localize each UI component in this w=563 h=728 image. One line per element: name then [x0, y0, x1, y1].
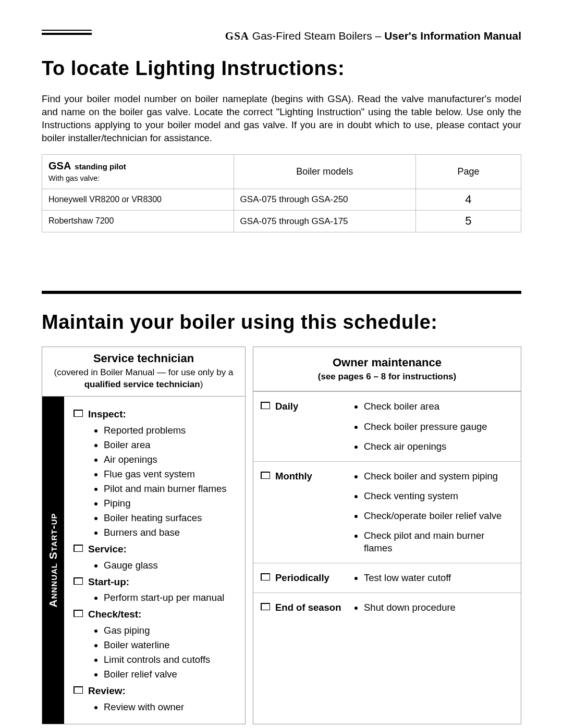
- table-row: Robertshaw 7200 GSA-075 through GSA-175 …: [42, 211, 521, 232]
- owner-row: Periodically Test low water cutoff: [253, 563, 521, 593]
- header-rule: [42, 30, 92, 35]
- brand-logo-text: GSA: [225, 30, 249, 42]
- list-item: Gas piping: [104, 624, 240, 637]
- bullet-list: Perform start-up per manual: [74, 591, 240, 604]
- list-item: Boiler relief valve: [104, 668, 240, 681]
- page-header: GSA Gas-Fired Steam Boilers – User's Inf…: [42, 29, 521, 43]
- annual-startup-sidebar: Annnual Start-up: [42, 397, 64, 724]
- header-title: GSA Gas-Fired Steam Boilers – User's Inf…: [225, 29, 521, 43]
- table-row: Honeywell VR8200 or VR8300 GSA-075 throu…: [42, 189, 521, 211]
- checklist-item: Service:: [74, 543, 240, 556]
- list-item: Boiler heating surfaces: [104, 512, 240, 524]
- bullet-list: Shut down procedure: [353, 601, 513, 614]
- list-item: Piping: [104, 497, 240, 510]
- checkbox-icon: [74, 410, 83, 417]
- checkbox-icon: [74, 545, 83, 552]
- checkbox-icon: [261, 573, 270, 581]
- checklist-item: Inspect:: [74, 408, 240, 421]
- product-name: Gas-Fired Steam Boilers: [252, 30, 372, 42]
- list-item: Review with owner: [104, 701, 240, 713]
- list-item: Burners and base: [104, 526, 240, 539]
- column-header: Service technician (covered in Boiler Ma…: [42, 347, 245, 396]
- checkbox-icon: [261, 603, 270, 610]
- column-body: Annnual Start-up Inspect: Reported probl…: [42, 397, 245, 724]
- list-item: Check/operate boiler relief valve: [364, 510, 513, 522]
- bullet-list: Gas piping Boiler waterline Limit contro…: [74, 624, 240, 681]
- checklist-item: Review:: [74, 685, 240, 698]
- list-item: Check boiler pressure gauge: [364, 421, 513, 433]
- list-item: Air openings: [104, 453, 240, 466]
- list-item: Gauge glass: [104, 559, 240, 572]
- checkbox-icon: [261, 472, 270, 479]
- table-header-page: Page: [415, 155, 521, 189]
- list-item: Check boiler area: [364, 400, 513, 413]
- column-header: Owner maintenance (see pages 6 – 8 for i…: [253, 347, 521, 391]
- owner-row: End of season Shut down procedure: [253, 593, 521, 622]
- list-item: Check air openings: [364, 440, 513, 453]
- section-divider: [42, 291, 521, 294]
- table-header-models: Boiler models: [234, 155, 415, 189]
- list-item: Check pilot and main burner flames: [364, 529, 513, 554]
- list-item: Shut down procedure: [364, 601, 513, 614]
- list-item: Reported problems: [104, 424, 240, 437]
- list-item: Limit controls and cutoffs: [104, 653, 240, 666]
- owner-maintenance-column: Owner maintenance (see pages 6 – 8 for i…: [253, 347, 521, 724]
- service-technician-column: Service technician (covered in Boiler Ma…: [42, 347, 246, 724]
- bullet-list: Gauge glass: [74, 559, 240, 572]
- checkbox-icon: [74, 686, 83, 694]
- bullet-list: Check boiler and system piping Check ven…: [353, 470, 513, 554]
- table-header-valve: GSA standing pilot With gas valve:: [42, 155, 234, 189]
- list-item: Boiler waterline: [104, 639, 240, 651]
- checklist-item: Check/test:: [74, 608, 240, 621]
- intro-paragraph: Find your boiler model number on boiler …: [42, 93, 521, 145]
- list-item: Test low water cutoff: [364, 572, 513, 584]
- bullet-list: Reported problems Boiler area Air openin…: [74, 424, 240, 539]
- section-title-lighting: To locate Lighting Instructions:: [42, 56, 521, 81]
- lighting-table: GSA standing pilot With gas valve: Boile…: [42, 154, 521, 232]
- checkbox-icon: [74, 610, 83, 617]
- manual-name: User's Information Manual: [384, 30, 521, 42]
- section-title-maintain: Maintain your boiler using this schedule…: [42, 310, 521, 335]
- list-item: Pilot and main burner flames: [104, 483, 240, 495]
- list-item: Perform start-up per manual: [104, 591, 240, 604]
- list-item: Flue gas vent system: [104, 468, 240, 480]
- bullet-list: Test low water cutoff: [353, 572, 513, 584]
- checklist-item: Start-up:: [74, 576, 240, 589]
- bullet-list: Check boiler area Check boiler pressure …: [353, 400, 513, 452]
- checkbox-icon: [74, 577, 83, 585]
- owner-row: Monthly Check boiler and system piping C…: [253, 461, 521, 563]
- list-item: Check boiler and system piping: [364, 470, 513, 483]
- bullet-list: Review with owner: [74, 701, 240, 713]
- maintenance-grid: Service technician (covered in Boiler Ma…: [42, 347, 521, 724]
- owner-row: Daily Check boiler area Check boiler pre…: [253, 391, 521, 461]
- list-item: Boiler area: [104, 439, 240, 451]
- list-item: Check venting system: [364, 490, 513, 502]
- checkbox-icon: [261, 402, 270, 409]
